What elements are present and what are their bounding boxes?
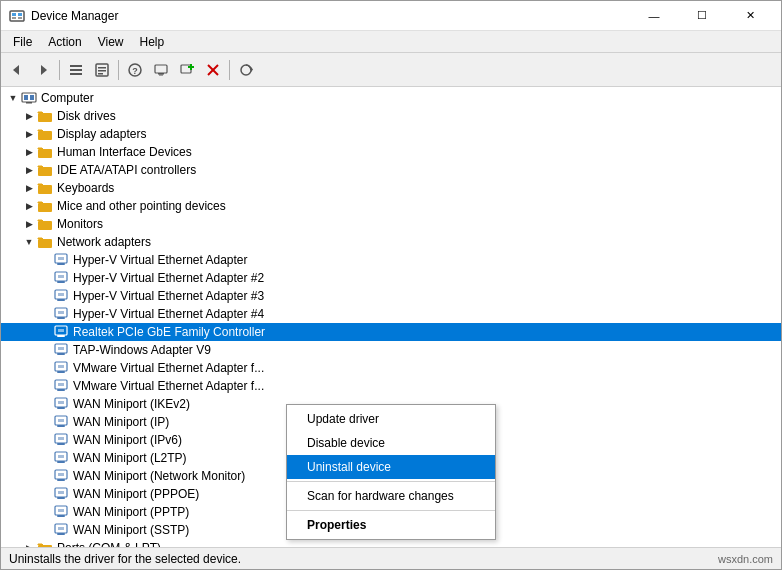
tree-item-hyper-v-4[interactable]: Hyper-V Virtual Ethernet Adapter #4 [1, 305, 781, 323]
folder-icon [37, 126, 53, 142]
tree-expand-arrow[interactable]: ▶ [21, 197, 37, 215]
tree-expand-arrow[interactable] [37, 287, 53, 305]
tree-item-hyper-v-3[interactable]: Hyper-V Virtual Ethernet Adapter #3 [1, 287, 781, 305]
tree-item-hyper-v-2[interactable]: Hyper-V Virtual Ethernet Adapter #2 [1, 269, 781, 287]
svg-rect-82 [58, 509, 64, 512]
tree-item-disk-drives[interactable]: ▶ Disk drives [1, 107, 781, 125]
tree-expand-arrow[interactable] [37, 521, 53, 539]
context-menu-item-properties[interactable]: Properties [287, 513, 495, 537]
tree-expand-arrow[interactable] [37, 449, 53, 467]
tree-item-label: WAN Miniport (IP) [73, 415, 169, 429]
tree-expand-arrow[interactable] [37, 413, 53, 431]
tree-item-computer[interactable]: ▼ Computer [1, 89, 781, 107]
folder-icon [37, 108, 53, 124]
svg-rect-57 [57, 371, 65, 373]
svg-rect-9 [70, 73, 82, 75]
svg-rect-54 [57, 353, 65, 355]
menu-view[interactable]: View [90, 33, 132, 51]
toolbar-forward-button[interactable] [31, 58, 55, 82]
tree-item-vmware-2[interactable]: VMware Virtual Ethernet Adapter f... [1, 377, 781, 395]
tree-expand-arrow[interactable] [37, 395, 53, 413]
tree-expand-arrow[interactable]: ▶ [21, 125, 37, 143]
svg-rect-1 [12, 13, 16, 16]
svg-rect-72 [57, 461, 65, 463]
toolbar-back-button[interactable] [5, 58, 29, 82]
tree-item-vmware-1[interactable]: VMware Virtual Ethernet Adapter f... [1, 359, 781, 377]
menu-file[interactable]: File [5, 33, 40, 51]
svg-rect-43 [58, 275, 64, 278]
tree-expand-arrow[interactable] [37, 359, 53, 377]
svg-rect-8 [70, 69, 82, 71]
toolbar-help-button[interactable]: ? [123, 58, 147, 82]
tree-item-ide-ata[interactable]: ▶ IDE ATA/ATAPI controllers [1, 161, 781, 179]
svg-rect-85 [58, 527, 64, 530]
svg-rect-27 [26, 102, 32, 104]
minimize-button[interactable]: — [631, 1, 677, 31]
context-menu-item-disable-device[interactable]: Disable device [287, 431, 495, 455]
tree-item-ports[interactable]: ▶ Ports (COM & LPT) [1, 539, 781, 547]
close-button[interactable]: ✕ [727, 1, 773, 31]
tree-expand-arrow[interactable]: ▶ [21, 539, 37, 547]
tree-expand-arrow[interactable] [37, 431, 53, 449]
tree-item-tap[interactable]: TAP-Windows Adapter V9 [1, 341, 781, 359]
tree-item-label: WAN Miniport (IKEv2) [73, 397, 190, 411]
toolbar-scan-button[interactable] [234, 58, 258, 82]
maximize-button[interactable]: ☐ [679, 1, 725, 31]
svg-rect-79 [58, 491, 64, 494]
context-menu-item-uninstall-device[interactable]: Uninstall device [287, 455, 495, 479]
tree-item-display-adapters[interactable]: ▶ Display adapters [1, 125, 781, 143]
svg-rect-39 [57, 263, 65, 265]
tree-item-label: Display adapters [57, 127, 146, 141]
svg-rect-13 [98, 73, 103, 75]
toolbar-add-button[interactable] [175, 58, 199, 82]
context-menu-item-update-driver[interactable]: Update driver [287, 407, 495, 431]
svg-rect-75 [57, 479, 65, 481]
tree-expand-arrow[interactable]: ▶ [21, 215, 37, 233]
toolbar-remove-button[interactable] [201, 58, 225, 82]
tree-item-label: Mice and other pointing devices [57, 199, 226, 213]
svg-marker-5 [13, 65, 19, 75]
tree-expand-arrow[interactable] [37, 503, 53, 521]
tree-item-label: Hyper-V Virtual Ethernet Adapter [73, 253, 248, 267]
folder-icon [37, 180, 53, 196]
tree-expand-arrow[interactable] [37, 467, 53, 485]
context-menu-item-scan-changes[interactable]: Scan for hardware changes [287, 484, 495, 508]
context-menu-separator [287, 481, 495, 482]
menu-help[interactable]: Help [132, 33, 173, 51]
tree-item-monitors[interactable]: ▶ Monitors [1, 215, 781, 233]
tree-item-hyper-v-1[interactable]: Hyper-V Virtual Ethernet Adapter [1, 251, 781, 269]
svg-rect-17 [158, 73, 164, 75]
tree-expand-arrow[interactable] [37, 305, 53, 323]
svg-rect-73 [58, 455, 64, 458]
tree-item-mice[interactable]: ▶ Mice and other pointing devices [1, 197, 781, 215]
tree-expand-arrow[interactable] [37, 251, 53, 269]
tree-expand-arrow[interactable]: ▼ [5, 89, 21, 107]
svg-rect-37 [38, 239, 52, 248]
menu-action[interactable]: Action [40, 33, 89, 51]
tree-expand-arrow[interactable] [37, 341, 53, 359]
toolbar-properties-button[interactable] [90, 58, 114, 82]
main-content: ▼ Computer▶ Disk drives▶ Display adapter… [1, 87, 781, 547]
tree-expand-arrow[interactable]: ▼ [21, 233, 37, 251]
tree-expand-arrow[interactable] [37, 377, 53, 395]
svg-rect-34 [38, 185, 52, 194]
tree-item-network-adapters[interactable]: ▼ Network adapters [1, 233, 781, 251]
tree-item-realtek[interactable]: Realtek PCIe GbE Family Controller [1, 323, 781, 341]
tree-item-label: Human Interface Devices [57, 145, 192, 159]
toolbar-monitor-button[interactable] [149, 58, 173, 82]
folder-icon [37, 198, 53, 214]
tree-expand-arrow[interactable]: ▶ [21, 107, 37, 125]
toolbar-list-button[interactable] [64, 58, 88, 82]
tree-expand-arrow[interactable]: ▶ [21, 143, 37, 161]
tree-item-human-interface[interactable]: ▶ Human Interface Devices [1, 143, 781, 161]
svg-rect-7 [70, 65, 82, 67]
tree-expand-arrow[interactable] [37, 323, 53, 341]
tree-expand-arrow[interactable] [37, 485, 53, 503]
tree-item-keyboards[interactable]: ▶ Keyboards [1, 179, 781, 197]
svg-rect-35 [38, 203, 52, 212]
tree-expand-arrow[interactable]: ▶ [21, 161, 37, 179]
window-title: Device Manager [31, 9, 631, 23]
tree-expand-arrow[interactable]: ▶ [21, 179, 37, 197]
tree-expand-arrow[interactable] [37, 269, 53, 287]
window-icon [9, 8, 25, 24]
